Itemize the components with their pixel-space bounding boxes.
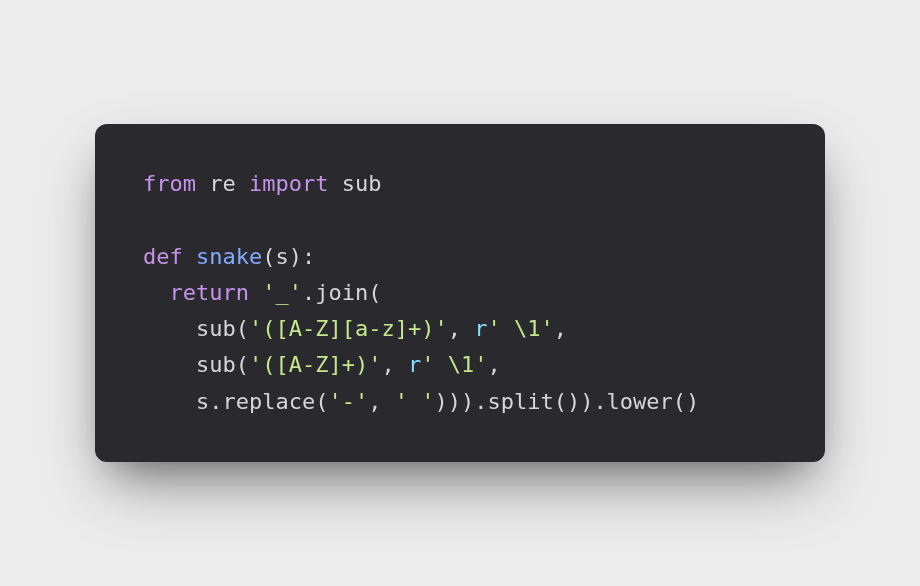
regex-pattern: '([A-Z]+)' [249, 352, 381, 377]
code-block: from re import sub def snake(s): return … [95, 124, 825, 462]
comma: , [448, 316, 475, 341]
comma: , [554, 316, 567, 341]
sub-call: sub( [196, 316, 249, 341]
string-underscore: '_' [262, 280, 302, 305]
module-name: re [209, 171, 236, 196]
code-content: from re import sub def snake(s): return … [143, 166, 777, 420]
tail-chain: ))).split()).lower() [434, 389, 699, 414]
keyword-def: def [143, 244, 183, 269]
comma: , [381, 352, 408, 377]
indent [143, 280, 170, 305]
dot-join: .join( [302, 280, 381, 305]
regex-pattern: '([A-Z][a-z]+)' [249, 316, 448, 341]
keyword-import: import [249, 171, 328, 196]
raw-string: ' \1' [487, 316, 553, 341]
dash-string: '-' [328, 389, 368, 414]
s-replace: s.replace( [196, 389, 328, 414]
function-name: snake [196, 244, 262, 269]
comma: , [487, 352, 500, 377]
param: s [275, 244, 288, 269]
keyword-from: from [143, 171, 196, 196]
indent [143, 352, 196, 377]
sub-call: sub( [196, 352, 249, 377]
space [249, 280, 262, 305]
keyword-return: return [170, 280, 249, 305]
raw-prefix: r [474, 316, 487, 341]
paren-close-colon: ): [289, 244, 316, 269]
indent [143, 389, 196, 414]
space-string: ' ' [395, 389, 435, 414]
raw-prefix: r [408, 352, 421, 377]
raw-string: ' \1' [421, 352, 487, 377]
comma: , [368, 389, 395, 414]
indent [143, 316, 196, 341]
paren-open: ( [262, 244, 275, 269]
import-target: sub [342, 171, 382, 196]
